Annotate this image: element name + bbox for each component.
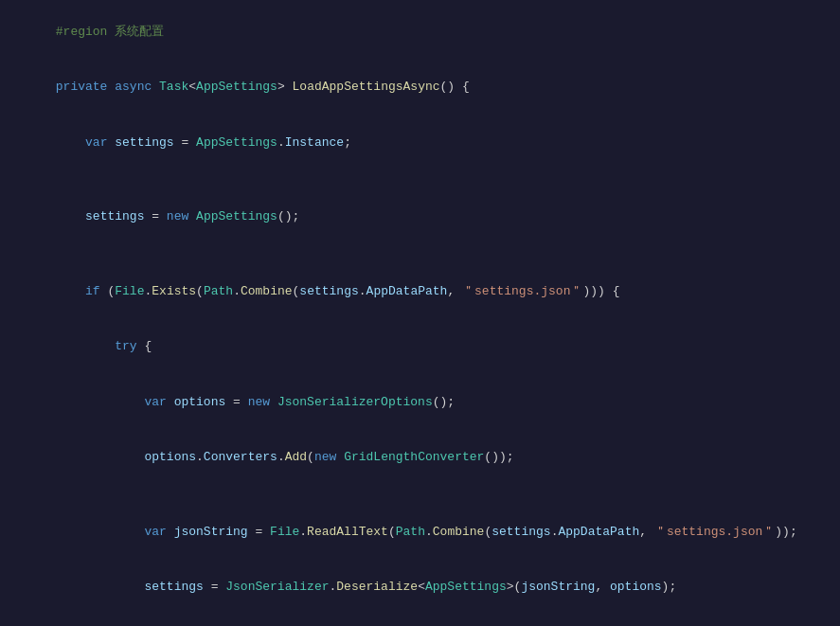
code-line-8: try {: [0, 319, 840, 375]
code-line-4: [0, 170, 840, 189]
code-line-9: var options = new JsonSerializerOptions(…: [0, 374, 840, 430]
code-line-13: settings = JsonSerializer.Deserialize<Ap…: [0, 560, 840, 616]
code-line-12: var jsonString = File.ReadAllText(Path.C…: [0, 504, 840, 560]
code-line-10: options.Converters.Add(new GridLengthCon…: [0, 430, 840, 486]
code-line-11: [0, 485, 840, 504]
code-line-14: }: [0, 615, 840, 626]
code-line-5: settings = new AppSettings();: [0, 189, 840, 245]
code-line-6: [0, 244, 840, 263]
code-line-3: var settings = AppSettings.Instance;: [0, 115, 840, 170]
code-editor: #region 系统配置 private async Task<AppSetti…: [0, 0, 840, 626]
code-line-1: #region 系统配置: [0, 4, 840, 60]
code-line-7: if (File.Exists(Path.Combine(settings.Ap…: [0, 263, 840, 319]
code-line-2: private async Task<AppSettings> LoadAppS…: [0, 60, 840, 116]
